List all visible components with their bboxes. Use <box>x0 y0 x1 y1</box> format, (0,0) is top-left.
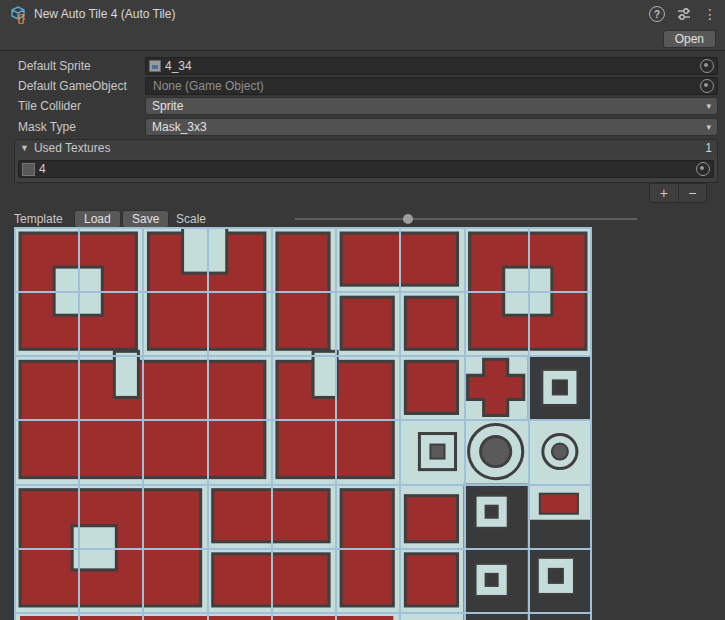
tileset-preview[interactable] <box>14 227 592 620</box>
row-default-sprite: Default Sprite 4_34 <box>0 57 725 75</box>
asset-title: New Auto Tile 4 (Auto Tile) <box>34 7 175 21</box>
tile-collider-value: Sprite <box>152 99 183 113</box>
texture-item-field[interactable]: 4 <box>18 160 714 178</box>
used-textures-list: 4 <box>14 156 718 183</box>
tile-collider-label: Tile Collider <box>18 99 81 113</box>
unity-inspector-window: {} New Auto Tile 4 (Auto Tile) ? ⋮ Open … <box>0 0 725 620</box>
add-item-button[interactable]: + <box>650 184 678 202</box>
scale-slider[interactable] <box>295 218 637 220</box>
sprite-thumb-icon <box>149 60 161 72</box>
open-button[interactable]: Open <box>663 30 716 48</box>
default-gameobject-value: None (Game Object) <box>153 79 264 93</box>
chevron-down-icon: ▾ <box>706 101 711 111</box>
row-tile-collider: Tile Collider Sprite ▾ <box>0 97 725 115</box>
presets-icon[interactable] <box>677 7 691 21</box>
remove-item-button[interactable]: − <box>678 184 707 202</box>
default-sprite-field[interactable]: 4_34 <box>145 57 718 75</box>
load-button[interactable]: Load <box>74 210 121 228</box>
mask-type-value: Mask_3x3 <box>152 120 207 134</box>
default-gameobject-label: Default GameObject <box>18 79 127 93</box>
texture-thumb-icon <box>22 163 35 176</box>
used-textures-count[interactable]: 1 <box>705 141 712 155</box>
list-footer: + − <box>649 183 707 203</box>
mask-type-label: Mask Type <box>18 120 76 134</box>
asset-header-bar: Open <box>0 28 725 51</box>
template-label: Template <box>14 212 63 226</box>
default-gameobject-field[interactable]: None (Game Object) <box>145 77 718 95</box>
texture-item-value: 4 <box>39 162 46 176</box>
scale-label: Scale <box>176 212 206 226</box>
row-mask-type: Mask Type Mask_3x3 ▾ <box>0 118 725 136</box>
kebab-menu-icon[interactable]: ⋮ <box>703 7 717 21</box>
tile-collider-dropdown[interactable]: Sprite ▾ <box>145 97 718 115</box>
chevron-down-icon: ▾ <box>706 122 711 132</box>
mask-type-dropdown[interactable]: Mask_3x3 ▾ <box>145 118 718 136</box>
scale-slider-thumb[interactable] <box>403 214 413 224</box>
object-picker-icon[interactable] <box>696 162 710 176</box>
object-picker-icon[interactable] <box>700 79 714 93</box>
svg-text:{}: {} <box>17 13 25 24</box>
save-button[interactable]: Save <box>122 210 169 228</box>
default-sprite-value: 4_34 <box>165 59 192 73</box>
object-picker-icon[interactable] <box>700 59 714 73</box>
help-icon[interactable]: ? <box>649 6 665 22</box>
inspector-header: {} New Auto Tile 4 (Auto Tile) ? ⋮ <box>0 0 725 28</box>
default-sprite-label: Default Sprite <box>18 59 91 73</box>
row-default-gameobject: Default GameObject None (Game Object) <box>0 77 725 95</box>
auto-tile-asset-icon: {} <box>8 4 28 24</box>
foldout-arrow-icon: ▼ <box>20 143 29 153</box>
used-textures-label: Used Textures <box>34 141 110 155</box>
used-textures-foldout[interactable]: ▼ Used Textures 1 <box>14 139 718 157</box>
tileset-preview-svg[interactable] <box>14 227 592 620</box>
